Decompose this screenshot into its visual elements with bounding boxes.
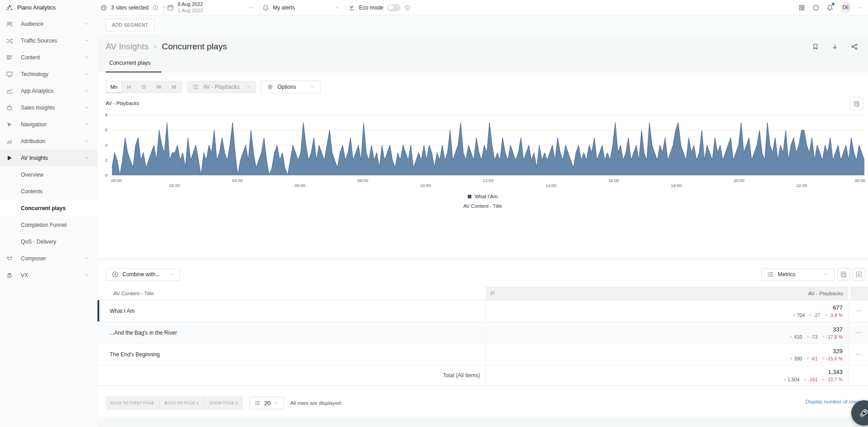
site-selector[interactable]: 3 sites selected [97, 0, 164, 15]
table-export-button[interactable] [837, 268, 850, 281]
eco-mode-toggle[interactable] [387, 4, 401, 11]
dot-icon [807, 357, 809, 360]
chevron-down-icon [335, 5, 339, 10]
rocket-icon [859, 408, 868, 418]
topbar: 3 sites selected 8 Aug 2022 1 Aug 2022 M… [97, 0, 868, 15]
vx-icon [5, 272, 14, 279]
column-header-metric[interactable]: AV - Playbacks [486, 287, 849, 300]
data-table: AV Content - Title AV - Playbacks What I… [97, 287, 868, 386]
download-icon[interactable] [831, 43, 839, 50]
row-difference-value: -73 [807, 334, 818, 340]
brand-logo-row[interactable]: Piano Analytics [0, 0, 97, 15]
sites-selected-label: 3 sites selected [111, 5, 149, 11]
svg-text:02:00: 02:00 [169, 183, 180, 188]
chevron-down-icon [84, 21, 89, 26]
bell-icon [262, 4, 269, 11]
sidebar-item-label: Navigation [21, 121, 84, 128]
granularity-button-w[interactable]: W [151, 82, 166, 92]
sidebar-subitem-concurrent-plays[interactable]: Concurrent plays [0, 200, 97, 216]
help-icon[interactable]: ? [812, 4, 820, 11]
chart-title: AV - Playbacks [106, 101, 139, 106]
granularity-button-d[interactable]: D [136, 82, 151, 92]
sidebar-item-av-insights[interactable]: AV Insights [0, 149, 97, 166]
sidebar-subitem-qos-delivery[interactable]: QoS - Delivery [0, 233, 97, 250]
svg-text:18:00: 18:00 [671, 183, 682, 188]
sidebar-item-label: Attribution [21, 138, 84, 144]
user-avatar[interactable]: DE [840, 2, 851, 13]
sidebar-subitem-contents[interactable]: Contents [0, 183, 97, 200]
breadcrumb-parent[interactable]: AV Insights [106, 42, 149, 52]
table-row[interactable]: What I Am677704-27-3.8 % [97, 300, 868, 322]
row-value: 677 [833, 304, 843, 311]
column-header-dimension[interactable]: AV Content - Title [97, 287, 486, 300]
my-alerts-menu[interactable]: My alerts [259, 0, 345, 15]
granularity-button-m[interactable]: M [166, 82, 181, 92]
sidebar-item-traffic-sources[interactable]: Traffic Sources [0, 32, 97, 49]
row-actions-button[interactable] [849, 300, 868, 321]
row-previous-value: 410 [790, 334, 802, 340]
add-segment-button[interactable]: ADD SEGMENT [106, 19, 155, 31]
metric-dropdown[interactable]: AV - Playbacks [187, 81, 256, 93]
row-actions-button[interactable] [849, 344, 868, 365]
row-title: ...And the Bag's in the River [97, 322, 486, 343]
chart-export-button[interactable] [850, 97, 863, 110]
bookmark-icon[interactable] [812, 43, 819, 50]
sidebar-subitem-overview[interactable]: Overview [0, 166, 97, 183]
plus-circle-icon [112, 271, 119, 278]
chart-dimension-label: AV Content - Title [97, 203, 868, 209]
notification-dot [832, 3, 834, 5]
user-menu-chevron-icon[interactable] [858, 5, 863, 10]
export-icon [853, 100, 860, 107]
pagination-button-back-to-first-page[interactable]: BACK TO FIRST PAGE [106, 396, 160, 410]
svg-text:22:00: 22:00 [796, 183, 807, 188]
chart-legend[interactable]: What I Am [97, 194, 868, 199]
sidebar-item-technology[interactable]: Technology [0, 66, 97, 82]
table-row[interactable]: ...And the Bag's in the River337410-73-1… [97, 322, 868, 344]
sidebar-item-sales-insights[interactable]: Sales Insights [0, 99, 97, 116]
metrics-dropdown[interactable]: Metrics [761, 268, 834, 281]
audience-icon [5, 20, 14, 28]
chevron-down-icon [824, 272, 829, 277]
svg-text:04:00: 04:00 [232, 178, 243, 183]
sidebar-item-app-analytics[interactable]: App Analytics [0, 82, 97, 99]
sidebar-subitem-completion-funnel[interactable]: Completion Funnel [0, 216, 97, 233]
chevron-down-icon [84, 139, 89, 144]
apps-grid-icon[interactable] [798, 4, 805, 11]
rows-per-page-select[interactable]: 20 [249, 397, 284, 409]
tab-concurrent-plays[interactable]: Concurrent plays [106, 59, 161, 72]
sidebar-item-navigation[interactable]: Navigation [0, 116, 97, 133]
share-icon[interactable] [851, 43, 858, 50]
table-download-button[interactable] [853, 268, 865, 281]
row-actions-button[interactable] [849, 322, 868, 343]
pagination-buttons: BACK TO FIRST PAGEBACK TO PAGE 1SHOW PAG… [106, 396, 243, 410]
granularity-button-mn[interactable]: Mn [107, 82, 121, 92]
sidebar-item-label: Traffic Sources [21, 38, 84, 44]
sidebar-item-audience[interactable]: Audience [0, 15, 97, 32]
sidebar-item-vx[interactable]: VX [0, 267, 97, 283]
granularity-button-h[interactable]: H [121, 82, 136, 92]
combine-with-dropdown[interactable]: Combine with... [106, 268, 180, 281]
table-row[interactable]: The End's Beginning329390-61-15.6 % [97, 344, 868, 365]
breadcrumb-separator: › [154, 43, 156, 51]
svg-text:0: 0 [105, 173, 107, 178]
row-difference-value: -61 [807, 356, 818, 361]
sidebar-item-composer[interactable]: Composer [0, 250, 97, 267]
options-dropdown[interactable]: Options [261, 81, 320, 93]
options-label: Options [277, 84, 296, 90]
sidebar-item-attribution[interactable]: Attribution [0, 133, 97, 149]
sidebar-item-content[interactable]: Content [0, 49, 97, 66]
row-comparison-values: 704-27-3.8 % [793, 312, 843, 318]
composer-icon [5, 255, 14, 262]
total-difference-value: -161 [804, 377, 818, 382]
display-number-of-rows-link[interactable]: Display number of rows [805, 399, 860, 404]
pagination-button-show-page-2[interactable]: SHOW PAGE 2 [204, 396, 242, 410]
info-icon[interactable] [152, 5, 159, 11]
info-icon[interactable] [404, 5, 411, 11]
svg-text:20:00: 20:00 [733, 178, 744, 183]
svg-text:08:00: 08:00 [357, 178, 368, 183]
notifications-button[interactable] [826, 4, 834, 11]
chevron-down-icon [249, 5, 253, 10]
table-total-row: Total (All items) 1,343 1,504-161-10.7 % [97, 365, 868, 386]
date-range-picker[interactable]: 8 Aug 2022 1 Aug 2022 [164, 0, 259, 15]
pagination-button-back-to-page-1[interactable]: BACK TO PAGE 1 [160, 396, 204, 410]
